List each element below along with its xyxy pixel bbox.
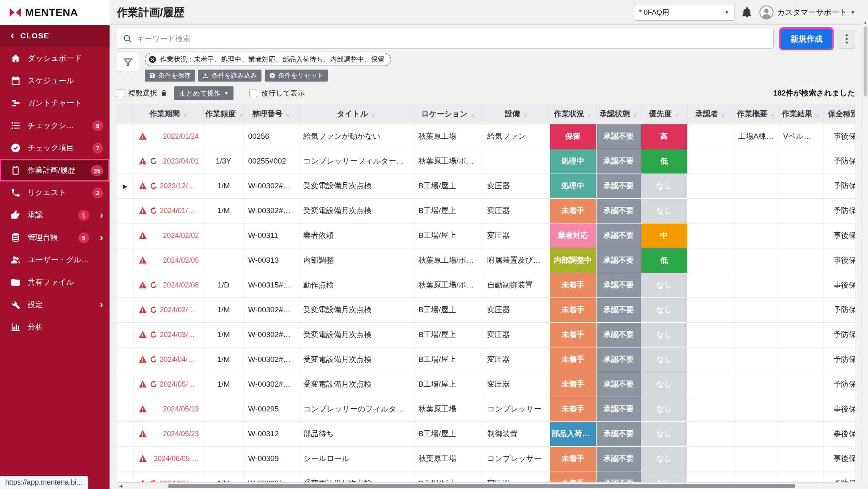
multi-select-checkbox[interactable] — [117, 90, 124, 97]
sort-icon[interactable]: ▲ — [371, 112, 375, 118]
table-row[interactable]: ▶2023/12/13 …1/MW-00302#001受変電設備月次点検B工場/… — [117, 174, 855, 198]
sidebar-item-check-items[interactable]: チェック項目7 — [0, 137, 110, 159]
sort-icon[interactable]: ▲ — [633, 112, 638, 118]
column-header[interactable]: 作業期間▲ — [134, 104, 204, 124]
column-header[interactable]: 優先度▲ — [641, 104, 687, 124]
chevron-right-icon: › — [100, 232, 103, 243]
sidebar-item-ledger[interactable]: 管理台帳5› — [0, 226, 110, 249]
table-row[interactable]: 2024/06/12 …1/MW-00302#013受変電設備月次点検B工場/屋… — [117, 471, 855, 482]
expand-cell — [117, 297, 134, 322]
expand-row-icon[interactable]: ▶ — [123, 183, 128, 190]
remove-filter-icon[interactable] — [148, 55, 157, 64]
column-header[interactable]: 保全種別▲ — [823, 104, 855, 124]
work-period-date: 2024/06/12 … — [160, 479, 199, 483]
title-cell: 給気ファンが動かない — [299, 124, 414, 149]
table-row[interactable]: 2024/03/13 …1/MW-00302#007受変電設備月次点検B工場/屋… — [117, 322, 855, 347]
sidebar-item-gantt-chart[interactable]: ガントチャート — [0, 92, 110, 114]
table-row[interactable]: 2024/05/19W-00295コンプレッサーのフィルター交換秋葉原工場コンプ… — [117, 397, 855, 421]
analysis-icon — [10, 322, 21, 332]
table-row[interactable]: 2024/02/14 …1/MW-00302#005受変電設備月次点検B工場/屋… — [117, 297, 855, 322]
sort-icon[interactable]: ▲ — [183, 112, 188, 118]
table-row[interactable]: 2024/05/23W-00312部品待ちB工場/屋上制御装置部品入荷待ち承認不… — [117, 421, 855, 446]
table-row[interactable]: 2023/04/011/3Y00255#002コンプレッサーフィルター交換/オ…… — [117, 149, 855, 174]
sort-icon[interactable]: ▲ — [239, 112, 243, 118]
column-header[interactable]: 作業頻度▲ — [204, 104, 243, 124]
recurrence-icon — [150, 380, 158, 388]
vertical-scrollbar[interactable]: ▲ — [862, 19, 868, 482]
scroll-up-arrow-icon[interactable]: ▲ — [863, 19, 868, 26]
work-summary-cell — [734, 397, 778, 421]
column-header[interactable]: 作業状況▲ — [550, 104, 596, 124]
table-row[interactable]: 2024/02/05W-00313内部調整秋葉原工場/ボイラ…附属装置及び附属品… — [117, 248, 855, 273]
vertical-scrollbar-thumb[interactable] — [864, 26, 867, 96]
sort-icon[interactable]: ▲ — [285, 112, 290, 118]
column-header[interactable]: ロケーション▲ — [414, 104, 483, 124]
sidebar-item-shared-files[interactable]: 共有ファイル — [0, 271, 110, 293]
column-header[interactable]: タイトル▲ — [299, 104, 414, 124]
location-cell: 秋葉原工場 — [414, 397, 483, 421]
column-header[interactable]: 承認状態▲ — [596, 104, 641, 124]
location-cell: B工場/屋上 — [414, 297, 483, 322]
column-header[interactable]: 作業結果▲ — [778, 104, 823, 124]
workspace-value: * 0FAQ用 — [639, 8, 669, 17]
filter-button[interactable] — [117, 53, 139, 72]
work-summary-cell: 工場A棟に… — [734, 124, 778, 149]
sidebar-item-checksheet[interactable]: チェックシート8 — [0, 114, 110, 137]
sidebar-item-schedule[interactable]: スケジュール — [0, 70, 110, 92]
create-new-button[interactable]: 新規作成 — [781, 29, 832, 49]
logo-area[interactable]: MENTENA — [0, 0, 110, 25]
wrap-display-checkbox[interactable] — [249, 90, 257, 97]
sidebar-item-analysis[interactable]: 分析 — [0, 316, 110, 338]
table-row[interactable]: 2024/02/081/DW-00315#001動作点検秋葉原工場/ボイラ…自動… — [117, 273, 855, 297]
sort-icon[interactable]: ▲ — [587, 112, 592, 118]
expand-cell — [117, 198, 134, 223]
chevron-right-icon: › — [100, 299, 103, 310]
sort-icon[interactable]: ▲ — [721, 112, 726, 118]
horizontal-scrollbar-thumb[interactable] — [168, 484, 795, 488]
approval-state-cell: 承認不要 — [596, 446, 641, 471]
user-menu[interactable]: カスタマーサポート ▼ — [759, 5, 855, 20]
filter-chip[interactable]: 作業状況：未着手、処理中、業者対応、部品入荷待ち、内部調整中、保留 — [145, 53, 391, 66]
reset-conditions-button[interactable]: 条件をリセット — [265, 70, 328, 82]
sidebar-item-user-group-info[interactable]: ユーザー・グループ情報 — [0, 249, 110, 271]
table-row[interactable]: 2024/02/02W-00311業者依頼B工場/屋上変圧器業者対応承認不要中事… — [117, 223, 855, 248]
sidebar-item-work-plan-history[interactable]: 作業計画/履歴35 — [0, 159, 110, 182]
sort-icon[interactable]: ▲ — [523, 112, 528, 118]
column-header-expand — [117, 104, 134, 124]
search-input[interactable] — [137, 34, 768, 43]
sidebar-item-approval[interactable]: 承認1› — [0, 204, 110, 226]
sort-icon[interactable]: ▲ — [471, 112, 475, 118]
save-conditions-button[interactable]: 条件を保存 — [145, 70, 195, 82]
sidebar-item-dashboard[interactable]: ダッシュボード — [0, 47, 110, 70]
notifications-bell-icon[interactable] — [741, 6, 753, 18]
table-row[interactable]: 2024/01/10 …1/MW-00302#003受変電設備月次点検B工場/屋… — [117, 198, 855, 223]
request-icon — [10, 188, 21, 198]
table-row[interactable]: 2024/04/10 …1/MW-00302#009受変電設備月次点検B工場/屋… — [117, 347, 855, 372]
column-header[interactable]: 整理番号▲ — [243, 104, 299, 124]
table-row[interactable]: 2024/05/08 …1/MW-00302#011受変電設備月次点検B工場/屋… — [117, 372, 855, 397]
load-conditions-button[interactable]: 条件を読み込み — [198, 70, 261, 82]
kebab-menu-button[interactable] — [838, 29, 855, 49]
workspace-selector[interactable]: * 0FAQ用 ▼ — [634, 4, 734, 21]
sort-icon[interactable]: ▲ — [674, 112, 679, 118]
table-row[interactable]: 2024/06/05 …W-00309シールロール秋葉原工場コンプレッサー未着手… — [117, 446, 855, 471]
sidebar-item-settings[interactable]: 設定› — [0, 293, 110, 316]
bulk-actions-button[interactable]: まとめて操作 ▼ — [174, 86, 233, 100]
sidebar-close-button[interactable]: ‹ CLOSE — [0, 25, 110, 47]
status-badge-cell: 業者対応 — [550, 223, 596, 248]
frequency-cell: 1/M — [204, 372, 243, 397]
column-header[interactable]: 承認者▲ — [687, 104, 734, 124]
sort-icon[interactable]: ▲ — [815, 112, 820, 118]
work-summary-cell — [734, 446, 778, 471]
maintenance-type-cell: 事後保全 — [823, 124, 855, 149]
column-header[interactable]: 設備▲ — [483, 104, 550, 124]
scroll-left-arrow-icon[interactable]: ◀ — [118, 483, 124, 489]
column-header[interactable]: 作業概要▲ — [734, 104, 778, 124]
priority-badge-cell: なし — [641, 322, 687, 347]
table-row[interactable]: 2022/01/2400256給気ファンが動かない秋葉原工場給気ファン保留承認不… — [117, 124, 855, 149]
warning-icon — [138, 182, 147, 190]
warning-icon — [138, 157, 147, 166]
sidebar-item-request[interactable]: リクエスト2 — [0, 182, 110, 204]
horizontal-scrollbar[interactable]: ◀ — [117, 482, 855, 489]
sort-icon[interactable]: ▲ — [770, 112, 775, 118]
